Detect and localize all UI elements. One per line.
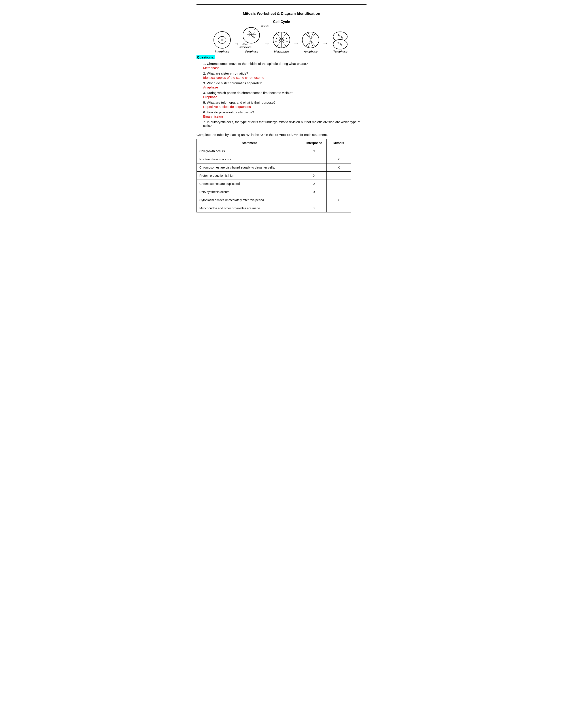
arrow-3: → (293, 40, 299, 53)
q3-number: 3. (203, 81, 206, 85)
table-cell-interphase (302, 163, 327, 172)
table-cell-interphase: X (302, 172, 327, 180)
table-cell-statement: Nuclear division occurs (197, 155, 302, 163)
table-row: Cytoplasm divides immediately after this… (197, 196, 351, 204)
table-instruction: Complete the table by placing an “X” in … (196, 133, 367, 137)
anaphase-cell-svg (301, 30, 321, 50)
q6-number: 6. (203, 110, 206, 114)
metaphase-cell-svg (271, 30, 292, 50)
q2-number: 2. (203, 71, 206, 75)
metaphase-label: Metaphase (274, 50, 289, 53)
q4-text: During which phase do chromosomes first … (207, 91, 293, 95)
questions-section: Questions: 1. Chromosomes move to the mi… (196, 55, 367, 128)
answer-6: Binary fission (203, 114, 367, 118)
table-row: DNA synthesis occursX (197, 188, 351, 196)
q2-text: What are sister chromatids? (207, 71, 248, 75)
table-cell-interphase: x (302, 204, 327, 212)
q7-number: 7. (203, 120, 206, 124)
table-cell-mitosis: X (327, 155, 351, 163)
answer-3: Anaphase (203, 85, 367, 89)
table-row: Protein production is highX (197, 172, 351, 180)
telophase-cell-svg (330, 30, 351, 50)
table-cell-interphase (302, 155, 327, 163)
table-cell-mitosis: X (327, 163, 351, 172)
table-cell-statement: Protein production is high (197, 172, 302, 180)
question-2: 2. What are sister chromatids? (203, 71, 367, 75)
col-header-statement: Statement (197, 139, 302, 147)
table-instruction-text-1: Complete the table by placing an “X” in … (196, 133, 259, 137)
q5-text: What are telomeres and what is their pur… (207, 101, 275, 104)
table-cell-statement: Cell growth occurs (197, 147, 302, 155)
arrow-2: → (264, 40, 270, 53)
prophase-cell-svg (241, 25, 262, 45)
q1-number: 1. (203, 62, 206, 66)
phase-interphase: Interphase (212, 30, 232, 53)
questions-label: Questions: (196, 55, 214, 59)
interphase-label: Interphase (215, 50, 229, 53)
cell-cycle-title: Cell Cycle (196, 20, 367, 24)
q1-text: Chromosomes move to the middle of the sp… (207, 62, 308, 66)
answer-1: Metaphase (203, 66, 367, 70)
table-row: Chromosomes are duplicatedX (197, 180, 351, 188)
page-title: Mitosis Worksheet & Diagram Identificati… (196, 11, 367, 16)
arrow-1: → (234, 40, 239, 53)
question-3: 3. When do sister chromatids separate? (203, 81, 367, 85)
table-instruction-text-2: for each statement. (300, 133, 328, 137)
interphase-cell-svg (212, 30, 232, 50)
table-cell-mitosis (327, 188, 351, 196)
svg-point-2 (221, 39, 223, 41)
sister-chromatids-label: Sisterchromatids (239, 43, 251, 49)
svg-point-15 (302, 32, 319, 48)
q6-text: How do prokaryotic cells divide? (207, 110, 254, 114)
table-cell-mitosis (327, 172, 351, 180)
table-row: Chromosomes are distributed equally to d… (197, 163, 351, 172)
phase-prophase: Spindle Sisterchromatids Prophase (241, 25, 262, 53)
data-table: Statement Interphase Mitosis Cell growth… (196, 139, 351, 212)
table-row: Cell growth occursx (197, 147, 351, 155)
phase-telophase: Telophase (330, 30, 351, 53)
table-cell-statement: Cytoplasm divides immediately after this… (197, 196, 302, 204)
telophase-label: Telophase (334, 50, 348, 53)
table-cell-mitosis: X (327, 196, 351, 204)
table-cell-interphase (302, 196, 327, 204)
q3-text: When do sister chromatids separate? (207, 81, 261, 85)
table-cell-statement: Chromosomes are distributed equally to d… (197, 163, 302, 172)
table-cell-interphase: X (302, 188, 327, 196)
top-border (196, 4, 367, 5)
cell-cycle-section: Cell Cycle Interphase → Spindle (196, 20, 367, 53)
col-header-interphase: Interphase (302, 139, 327, 147)
prophase-label: Prophase (245, 50, 258, 53)
q4-number: 4. (203, 91, 206, 95)
table-cell-interphase: X (302, 180, 327, 188)
answer-4: Prophase (203, 95, 367, 99)
diagram-container: Interphase → Spindle (196, 25, 367, 53)
table-cell-interphase: x (302, 147, 327, 155)
question-5: 5. What are telomeres and what is their … (203, 101, 367, 104)
answer-2: Identical copies of the same chromosome (203, 76, 367, 79)
phase-metaphase: Metaphase (271, 30, 292, 53)
table-cell-mitosis (327, 180, 351, 188)
table-instruction-bold: correct column (274, 133, 298, 137)
question-7: 7. In eukaryotic cells, the type of cell… (203, 120, 367, 128)
question-6: 6. How do prokaryotic cells divide? (203, 110, 367, 114)
question-1: 1. Chromosomes move to the middle of the… (203, 62, 367, 66)
arrow-4: → (322, 40, 328, 53)
table-header-row: Statement Interphase Mitosis (197, 139, 351, 147)
q7-text: In eukaryotic cells, the type of cells t… (203, 120, 360, 128)
table-cell-mitosis (327, 147, 351, 155)
table-cell-mitosis (327, 204, 351, 212)
phase-anaphase: Anaphase (301, 30, 321, 53)
table-cell-statement: Chromosomes are duplicated (197, 180, 302, 188)
col-header-mitosis: Mitosis (327, 139, 351, 147)
q5-number: 5. (203, 101, 206, 104)
table-cell-statement: Mitochondria and other organelles are ma… (197, 204, 302, 212)
spindle-label: Spindle (261, 25, 269, 27)
table-row: Nuclear division occursX (197, 155, 351, 163)
table-cell-statement: DNA synthesis occurs (197, 188, 302, 196)
question-4: 4. During which phase do chromosomes fir… (203, 91, 367, 95)
table-instruction-in: in the (265, 133, 274, 137)
anaphase-label: Anaphase (304, 50, 318, 53)
table-row: Mitochondria and other organelles are ma… (197, 204, 351, 212)
answer-5: Repetitive nucleotide sequences (203, 105, 367, 109)
